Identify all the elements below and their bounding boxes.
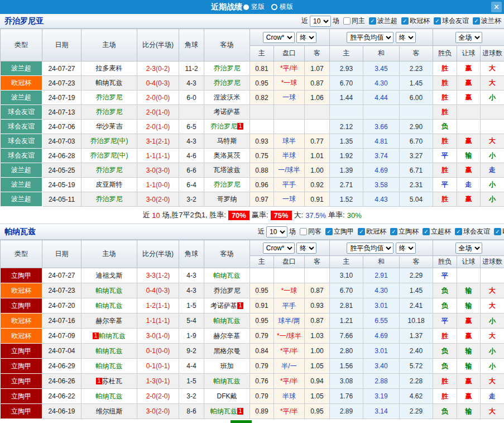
- cell-avg-away: [400, 105, 433, 120]
- competition-label: 波兰超: [377, 16, 397, 26]
- cell-crow-away: 0.87: [305, 76, 330, 91]
- checkbox-icon[interactable]: [343, 17, 351, 25]
- table-row: 欧冠杯24-07-23帕纳瓦兹0-4(0-3)4-3乔治罗尼0.95*一球0.8…: [1, 76, 504, 91]
- cell-avg-away: 6.00: [400, 91, 433, 105]
- checkbox-icon[interactable]: ✓: [369, 17, 376, 25]
- competition-label: 波兰杯: [481, 16, 501, 26]
- checkbox-icon[interactable]: ✓: [473, 17, 480, 25]
- recent-count-select[interactable]: 10: [266, 226, 287, 237]
- cell-avg-draw: 4.44: [363, 91, 400, 105]
- competition-checkbox-5[interactable]: ✓欧会杯: [494, 227, 504, 236]
- col-header-avg-draw: 和: [363, 256, 400, 268]
- cell-type: 立陶甲: [1, 359, 42, 374]
- checkbox-icon[interactable]: ✓: [494, 228, 501, 235]
- cell-avg-home: 7.66: [330, 329, 363, 344]
- checkbox-icon[interactable]: ✓: [358, 228, 365, 235]
- cell-handicap: *一/球半: [274, 329, 305, 344]
- cell-goals-result: 大: [481, 283, 504, 298]
- col-header-score: 比分(半场): [137, 240, 179, 268]
- checkbox-icon[interactable]: ✓: [401, 17, 409, 25]
- score-fulltime: 0-4: [146, 287, 156, 294]
- competition-checkbox-0[interactable]: ✓立陶甲: [325, 227, 354, 236]
- competition-checkbox-2[interactable]: ✓立陶杯: [390, 227, 419, 236]
- cell-avg-away: 10.18: [400, 313, 433, 329]
- cell-avg-away: 2.28: [400, 374, 433, 389]
- cell-handicap: 半/一: [274, 359, 305, 374]
- cell-type: 欧冠杯: [1, 329, 42, 344]
- checkbox-icon[interactable]: ✓: [423, 228, 430, 235]
- competition-checkbox-3[interactable]: ✓波兰杯: [473, 16, 501, 26]
- cell-type: 波兰超: [1, 91, 42, 105]
- cell-avg-home: 1.21: [330, 313, 363, 329]
- competition-checkbox-4[interactable]: ✓球会友谊: [455, 227, 490, 236]
- cell-asian-result: 赢: [457, 374, 481, 389]
- radio-horizontal[interactable]: 横版: [271, 2, 293, 12]
- cell-goals-result: 小: [481, 359, 504, 374]
- avg-type-select[interactable]: 胜平负均值: [347, 32, 393, 43]
- competition-label: 立陶甲: [334, 227, 354, 236]
- cell-date: 24-07-19: [42, 91, 81, 105]
- cell-result: 负: [433, 404, 457, 419]
- competition-checkbox-1[interactable]: ✓欧冠杯: [358, 227, 386, 236]
- cell-type: 球会友谊: [1, 149, 42, 163]
- cell-away: 班加: [204, 359, 250, 374]
- cell-avg-away: 6.71: [400, 163, 433, 178]
- cell-goals-result: 大: [481, 61, 504, 76]
- close-button[interactable]: ✕: [491, 2, 502, 12]
- odds-final-select[interactable]: 终: [296, 243, 316, 254]
- recent-count-select[interactable]: 10: [310, 16, 331, 27]
- col-header-odds-home: 主: [250, 46, 274, 61]
- avg-final-select[interactable]: 终: [396, 243, 416, 254]
- team2-name: 帕纳瓦兹: [4, 227, 36, 237]
- competition-checkbox-2[interactable]: ✓球会友谊: [434, 16, 469, 26]
- cell-score: 0-1(0-1): [137, 359, 179, 374]
- cover-rate-badge: 75%: [271, 211, 292, 220]
- cell-handicap: [274, 268, 305, 283]
- cell-date: 24-06-22: [42, 389, 81, 404]
- cell-avg-away: 2.23: [400, 61, 433, 76]
- cell-avg-home: 1.56: [330, 359, 363, 374]
- team1-summary: 近10场,胜7平2负1, 胜率: 70% 赢率: 75% 大:37.5% 单率:…: [0, 207, 504, 224]
- competition-checkbox-3[interactable]: ✓立超杯: [423, 227, 451, 236]
- cell-asian-result: 赢: [457, 313, 481, 329]
- competition-label: 立陶杯: [399, 227, 419, 236]
- odds-provider-select[interactable]: Crow*: [263, 32, 295, 43]
- cell-result: 胜: [433, 105, 457, 120]
- score-fulltime: 1-1: [146, 317, 156, 325]
- cell-corner: 4-6: [179, 149, 204, 163]
- table-row: 波兰超24-07-27拉多麦科2-3(0-2)11-2乔治罗尼0.81*平/半1…: [1, 61, 504, 76]
- col-header-home: 主场: [81, 240, 137, 268]
- radio-vertical[interactable]: 竖版: [243, 2, 265, 12]
- cell-score: 3-0(1-0): [137, 329, 179, 344]
- competition-checkbox-1[interactable]: ✓欧冠杯: [401, 16, 430, 26]
- avg-final-select[interactable]: 终: [396, 32, 416, 43]
- cell-home: 1苏杜瓦: [81, 374, 137, 389]
- checkbox-icon[interactable]: ✓: [434, 17, 441, 25]
- cell-crow-home: 0.79: [250, 389, 274, 404]
- summary-count: 10: [152, 211, 160, 220]
- cell-type: 立陶甲: [1, 389, 42, 404]
- same-venue-checkbox[interactable]: 同主: [343, 16, 365, 26]
- cell-avg-draw: 3.40: [363, 359, 400, 374]
- checkbox-icon[interactable]: ✓: [325, 228, 333, 235]
- checkbox-icon[interactable]: ✓: [455, 228, 462, 235]
- col-header-odds-away: 客: [305, 46, 330, 61]
- cell-result: 胜: [433, 192, 457, 207]
- odds-provider-select[interactable]: Crow*: [263, 243, 295, 254]
- score-fulltime: 3-0: [146, 407, 156, 415]
- score-fulltime: 2-0: [146, 123, 156, 131]
- cell-score: 2-0(2-0): [137, 389, 179, 404]
- score-fulltime: 3-0: [146, 196, 156, 203]
- cell-asian-result: [457, 105, 481, 120]
- checkbox-icon[interactable]: [300, 228, 307, 235]
- cell-type: 立陶甲: [1, 404, 42, 419]
- avg-type-select[interactable]: 胜平负均值: [347, 243, 393, 254]
- col-header-odds-home: 主: [250, 256, 274, 268]
- odds-final-select[interactable]: 终: [296, 32, 316, 43]
- scope-select[interactable]: 全场: [455, 243, 482, 254]
- scope-select[interactable]: 全场: [455, 32, 482, 43]
- checkbox-icon[interactable]: ✓: [390, 228, 397, 235]
- radio-unselected-icon: [271, 4, 277, 10]
- same-venue-checkbox[interactable]: 同客: [300, 227, 321, 236]
- competition-checkbox-0[interactable]: ✓波兰超: [369, 16, 397, 26]
